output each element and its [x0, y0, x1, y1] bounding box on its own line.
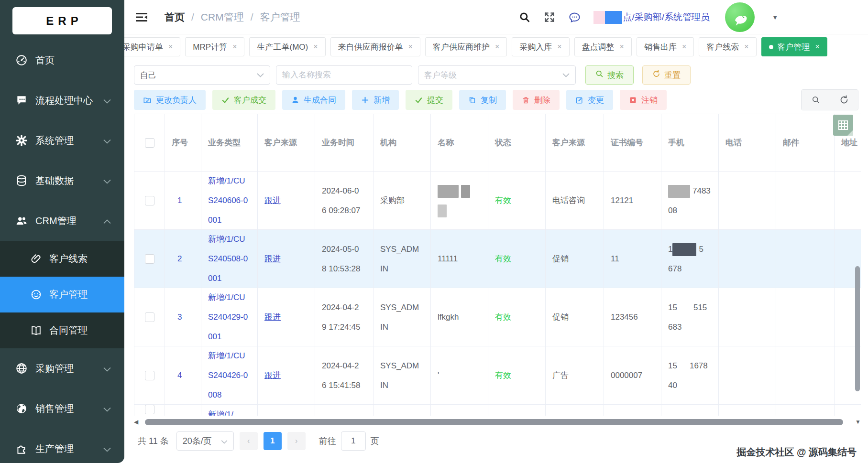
- avatar[interactable]: [725, 2, 755, 32]
- cell-biz-type[interactable]: 新增/1/CUS240606-0001: [201, 172, 258, 230]
- cell-biz-type[interactable]: 新增/1/...: [201, 405, 258, 416]
- horizontal-scroll-thumb[interactable]: [145, 419, 843, 425]
- name-search-input[interactable]: [282, 70, 406, 80]
- horizontal-scroll-track[interactable]: [141, 419, 852, 425]
- row-checkbox[interactable]: [145, 371, 154, 380]
- close-icon[interactable]: ×: [232, 43, 237, 51]
- biz-type-link[interactable]: S240426-0: [208, 366, 257, 385]
- tab-客户管理[interactable]: 客户管理×: [761, 37, 827, 56]
- message-icon[interactable]: [568, 11, 581, 24]
- follow-link[interactable]: 跟进: [264, 366, 315, 385]
- cell-follow[interactable]: 跟进: [258, 172, 315, 230]
- tab-销售出库[interactable]: 销售出库×: [637, 37, 694, 56]
- sidebar-item-流程处理中心[interactable]: 流程处理中心: [0, 80, 124, 120]
- biz-type-link[interactable]: S240508-0: [208, 249, 257, 269]
- close-icon[interactable]: ×: [557, 43, 561, 51]
- reset-button[interactable]: 重置: [642, 65, 691, 85]
- table-row[interactable]: 1新增/1/CUS240606-0001跟进2024-06-06 09:28:0…: [134, 172, 861, 230]
- sidebar-subitem-客户管理[interactable]: 客户管理: [0, 277, 124, 312]
- close-icon[interactable]: ×: [620, 43, 624, 51]
- search-icon[interactable]: [518, 11, 531, 23]
- collapse-sidebar-icon[interactable]: [135, 11, 149, 23]
- tab-盘点调整[interactable]: 盘点调整×: [574, 37, 632, 56]
- sidebar-subitem-合同管理[interactable]: 合同管理: [0, 312, 124, 348]
- sidebar-item-CRM管理[interactable]: CRM管理: [0, 201, 124, 241]
- row-checkbox[interactable]: [145, 196, 154, 205]
- tab-客户供应商维护[interactable]: 客户供应商维护×: [425, 37, 507, 56]
- 新增-button[interactable]: 新增: [352, 90, 399, 110]
- biz-type-link[interactable]: 新增/1/CU: [208, 172, 257, 191]
- biz-type-link[interactable]: 新增/1/CU: [208, 230, 257, 249]
- cell-biz-type[interactable]: 新增/1/CUS240426-0008: [201, 346, 258, 405]
- table-row[interactable]: 2新增/1/CUS240508-0001跟进2024-05-08 10:53:2…: [134, 230, 861, 288]
- 提交-button[interactable]: 提交: [406, 90, 452, 110]
- close-icon[interactable]: ×: [495, 43, 499, 51]
- row-checkbox[interactable]: [145, 405, 154, 414]
- 复制-button[interactable]: 复制: [459, 90, 506, 110]
- row-checkbox[interactable]: [145, 312, 154, 322]
- next-page-button[interactable]: ›: [287, 432, 306, 450]
- row-checkbox[interactable]: [145, 254, 154, 264]
- cell-follow[interactable]: 跟进: [258, 346, 315, 405]
- sidebar-item-基础数据[interactable]: 基础数据: [0, 161, 124, 201]
- close-icon[interactable]: ×: [168, 43, 173, 51]
- goto-page-input[interactable]: [341, 431, 366, 451]
- tab-采购入库[interactable]: 采购入库×: [512, 37, 569, 56]
- follow-link[interactable]: 跟进: [264, 307, 315, 327]
- table-search-icon[interactable]: [802, 90, 830, 110]
- search-button[interactable]: 搜索: [585, 65, 634, 85]
- tab-生产工单(MO)[interactable]: 生产工单(MO)×: [249, 37, 325, 56]
- tab-来自供应商报价单[interactable]: 来自供应商报价单×: [330, 37, 420, 56]
- biz-type-link[interactable]: S240606-0: [208, 191, 257, 210]
- sidebar-item-采购管理[interactable]: 采购管理: [0, 348, 124, 388]
- user-menu-caret-icon[interactable]: ▼: [772, 14, 778, 21]
- follow-link[interactable]: 跟进: [264, 249, 315, 269]
- cell-follow[interactable]: 跟进: [258, 288, 315, 346]
- biz-type-link[interactable]: 001: [208, 327, 257, 346]
- biz-type-link[interactable]: 新增/1/...: [208, 405, 257, 416]
- cell-biz-type[interactable]: 新增/1/CUS240429-0001: [201, 288, 258, 346]
- close-icon[interactable]: ×: [408, 43, 413, 51]
- table-row[interactable]: 3新增/1/CUS240429-0001跟进2024-04-29 17:24:4…: [134, 288, 861, 346]
- 客户成交-button[interactable]: 客户成交: [212, 90, 275, 110]
- breadcrumb-home[interactable]: 首页: [165, 11, 185, 24]
- close-icon[interactable]: ×: [682, 43, 686, 51]
- biz-type-link[interactable]: 008: [208, 385, 257, 405]
- prev-page-button[interactable]: ‹: [240, 432, 258, 450]
- vertical-scrollbar[interactable]: [855, 266, 860, 391]
- table-refresh-icon[interactable]: [830, 90, 858, 110]
- tab-MRP计算[interactable]: MRP计算×: [185, 37, 244, 56]
- page-size-select[interactable]: 20条/页: [176, 431, 234, 451]
- tab-客户线索[interactable]: 客户线索×: [699, 37, 756, 56]
- customer-level-select[interactable]: 客户等级: [418, 65, 576, 85]
- table-row[interactable]: 新增/1/...: [134, 405, 861, 416]
- biz-type-link[interactable]: S240429-0: [208, 307, 257, 327]
- 注销-button[interactable]: 注销: [620, 90, 667, 110]
- follow-link[interactable]: 跟进: [264, 191, 315, 210]
- fullscreen-icon[interactable]: [543, 11, 556, 23]
- sidebar-subitem-客户线索[interactable]: 客户线索: [0, 241, 124, 277]
- current-page-button[interactable]: 1: [264, 432, 282, 450]
- 删除-button[interactable]: 删除: [513, 90, 560, 110]
- cell-follow[interactable]: [258, 405, 315, 416]
- user-info[interactable]: 点/采购部/系统管理员: [593, 11, 710, 24]
- breadcrumb-customer[interactable]: 客户管理: [260, 11, 300, 24]
- scroll-down-icon[interactable]: ▼: [855, 419, 861, 425]
- column-settings-icon[interactable]: [833, 115, 853, 136]
- 变更-button[interactable]: 变更: [566, 90, 613, 110]
- biz-type-link[interactable]: 新增/1/CU: [208, 346, 257, 366]
- breadcrumb-crm[interactable]: CRM管理: [201, 11, 244, 24]
- select-all-checkbox[interactable]: [145, 138, 154, 148]
- 生成合同-button[interactable]: 生成合同: [282, 90, 345, 110]
- close-icon[interactable]: ×: [744, 43, 748, 51]
- owner-select[interactable]: 自己: [134, 65, 270, 85]
- biz-type-link[interactable]: 001: [208, 269, 257, 288]
- close-icon[interactable]: ×: [313, 43, 318, 51]
- sidebar-item-生产管理[interactable]: 生产管理: [0, 429, 124, 463]
- sidebar-item-销售管理[interactable]: 销售管理: [0, 388, 124, 429]
- cell-biz-type[interactable]: 新增/1/CUS240508-0001: [201, 230, 258, 288]
- close-icon[interactable]: ×: [815, 43, 820, 51]
- biz-type-link[interactable]: 新增/1/CU: [208, 288, 257, 307]
- scroll-left-icon[interactable]: ◀: [134, 419, 138, 425]
- table-row[interactable]: 4新增/1/CUS240426-0008跟进2024-04-26 15:41:5…: [134, 346, 861, 405]
